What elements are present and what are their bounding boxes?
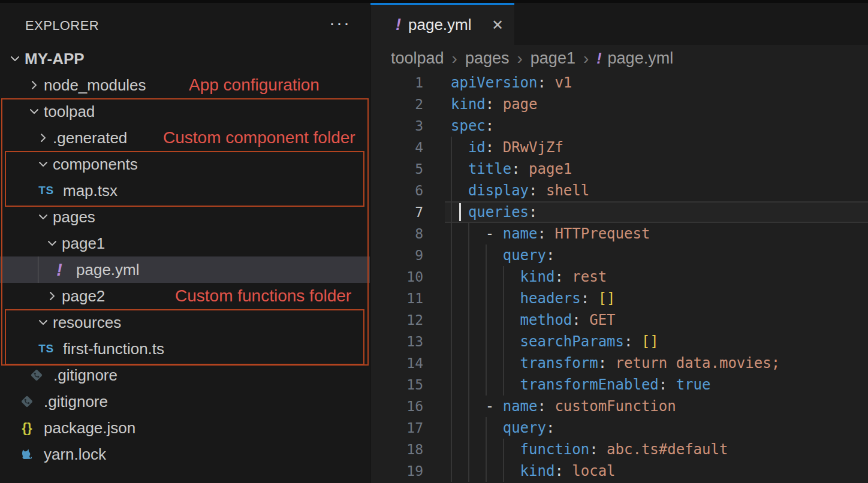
annotation-label: Custom functions folder: [175, 283, 351, 309]
line-number[interactable]: 19: [370, 460, 423, 482]
tree-item-node-modules[interactable]: node_modulesApp configuration: [0, 72, 370, 98]
line-number[interactable]: 6: [370, 180, 423, 201]
code-line-5[interactable]: 5 title: page1: [370, 158, 868, 180]
tab-label: page.yml: [408, 16, 472, 34]
line-number[interactable]: 5: [370, 158, 423, 180]
tree-item-first-function-ts[interactable]: TSfirst-function.ts: [0, 336, 370, 362]
code-line-13[interactable]: 13 searchParams: []: [370, 331, 868, 352]
code-line-12[interactable]: 12 method: GET: [370, 309, 868, 331]
code-line-content[interactable]: function: abc.ts#default: [451, 439, 868, 460]
explorer-header: EXPLORER ···: [0, 3, 370, 46]
tree-item-pages[interactable]: pages: [0, 204, 370, 230]
code-line-content[interactable]: id: DRwVjZf: [451, 137, 868, 158]
tree-item-label: resources: [53, 313, 121, 332]
line-number[interactable]: 18: [370, 439, 423, 460]
tree-item-page-yml[interactable]: !page.yml: [0, 256, 370, 283]
code-line-8[interactable]: 8 - name: HTTPrequest: [370, 223, 868, 244]
line-number[interactable]: 11: [370, 288, 423, 309]
code-line-content[interactable]: title: page1: [451, 158, 868, 180]
line-number[interactable]: 9: [370, 244, 423, 266]
line-number[interactable]: 14: [370, 352, 423, 374]
code-line-11[interactable]: 11 headers: []: [370, 288, 868, 309]
code-area[interactable]: 1apiVersion: v12kind: page3spec:4 id: DR…: [370, 72, 868, 483]
line-number[interactable]: 16: [370, 396, 423, 417]
code-line-content[interactable]: query:: [451, 417, 868, 439]
code-line-content[interactable]: kind: page: [451, 93, 868, 115]
code-line-10[interactable]: 10 kind: rest: [370, 266, 868, 288]
code-line-content[interactable]: - name: customFunction: [451, 396, 868, 417]
code-line-7[interactable]: 7 queries:: [370, 201, 868, 223]
code-line-14[interactable]: 14 transform: return data.movies;: [370, 352, 868, 374]
line-number[interactable]: 17: [370, 417, 423, 439]
code-line-1[interactable]: 1apiVersion: v1: [370, 72, 868, 93]
line-number[interactable]: 2: [370, 93, 423, 115]
tree-item-label: page1: [62, 234, 105, 253]
line-number[interactable]: 3: [370, 115, 423, 137]
tree-item--gitignore[interactable]: .gitignore: [0, 388, 370, 415]
code-line-content[interactable]: searchParams: []: [451, 331, 868, 352]
code-line-18[interactable]: 18 function: abc.ts#default: [370, 439, 868, 460]
line-number[interactable]: 13: [370, 331, 423, 352]
breadcrumb-item-toolpad[interactable]: toolpad: [391, 49, 444, 68]
code-line-content[interactable]: kind: local: [451, 460, 868, 482]
code-line-content[interactable]: spec:: [451, 115, 868, 137]
code-line-content[interactable]: display: shell: [451, 180, 868, 201]
breadcrumb-item-page1[interactable]: page1: [531, 49, 575, 68]
tree-item-label: MY-APP: [25, 50, 85, 68]
tree-item-label: .generated: [53, 129, 127, 147]
chevron-right-icon: ›: [517, 49, 523, 68]
chevron-right-icon: [35, 130, 51, 146]
code-line-3[interactable]: 3spec:: [370, 115, 868, 137]
breadcrumb-item-pages[interactable]: pages: [465, 49, 510, 68]
tree-item-page1[interactable]: page1: [0, 230, 370, 256]
line-number[interactable]: 7: [370, 201, 423, 223]
code-line-16[interactable]: 16 - name: customFunction: [370, 396, 868, 417]
code-line-content[interactable]: - name: HTTPrequest: [451, 223, 868, 244]
code-line-content[interactable]: transform: return data.movies;: [451, 352, 868, 374]
breadcrumb-item-file[interactable]: page.yml: [608, 49, 674, 68]
code-line-19[interactable]: 19 kind: local: [370, 460, 868, 482]
tree-item-toolpad[interactable]: toolpad: [0, 98, 370, 125]
tree-item-components[interactable]: components: [0, 151, 370, 177]
code-line-9[interactable]: 9 query:: [370, 244, 868, 266]
code-line-content[interactable]: queries:: [451, 201, 868, 223]
line-number[interactable]: 8: [370, 223, 423, 244]
code-line-content[interactable]: method: GET: [451, 309, 868, 331]
line-number[interactable]: 15: [370, 374, 423, 396]
tree-item-resources[interactable]: resources: [0, 309, 370, 336]
code-line-2[interactable]: 2kind: page: [370, 93, 868, 115]
code-line-15[interactable]: 15 transformEnabled: true: [370, 374, 868, 396]
tree-item-map-tsx[interactable]: TSmap.tsx: [0, 177, 370, 204]
tree-item-label: components: [53, 155, 138, 174]
code-line-content[interactable]: query:: [451, 244, 868, 266]
tree-item--generated[interactable]: .generatedCustom component folder: [0, 125, 370, 151]
tree-item-my-app[interactable]: MY-APP: [0, 46, 370, 72]
line-number[interactable]: 4: [370, 137, 423, 158]
code-line-4[interactable]: 4 id: DRwVjZf: [370, 137, 868, 158]
warning-icon: !: [396, 16, 401, 34]
code-line-6[interactable]: 6 display: shell: [370, 180, 868, 201]
chevron-down-icon: [35, 209, 51, 225]
explorer-title: EXPLORER: [25, 18, 99, 33]
editor-pane: ! page.yml ✕ toolpad › pages › page1 › !…: [370, 3, 868, 483]
close-icon[interactable]: ✕: [492, 17, 504, 34]
code-line-content[interactable]: apiVersion: v1: [451, 72, 868, 93]
line-number[interactable]: 1: [370, 72, 423, 93]
annotation-label: App configuration: [189, 72, 320, 98]
tree-item-label: toolpad: [44, 102, 95, 121]
tree-item-package-json[interactable]: {}package.json: [0, 415, 370, 441]
line-number[interactable]: 10: [370, 266, 423, 288]
code-line-17[interactable]: 17 query:: [370, 417, 868, 439]
code-line-content[interactable]: transformEnabled: true: [451, 374, 868, 396]
tree-item-label: first-function.ts: [63, 340, 164, 358]
line-number[interactable]: 12: [370, 309, 423, 331]
code-line-content[interactable]: kind: rest: [451, 266, 868, 288]
tree-item-yarn-lock[interactable]: yarn.lock: [0, 441, 370, 467]
git-icon: [18, 393, 36, 410]
chevron-down-icon: [35, 315, 51, 330]
tree-item--gitignore[interactable]: .gitignore: [0, 362, 370, 388]
tab-page-yml[interactable]: ! page.yml ✕: [370, 3, 514, 45]
tree-item-page2[interactable]: page2Custom functions folder: [0, 283, 370, 309]
code-line-content[interactable]: headers: []: [451, 288, 868, 309]
more-actions-icon[interactable]: ···: [329, 14, 351, 32]
